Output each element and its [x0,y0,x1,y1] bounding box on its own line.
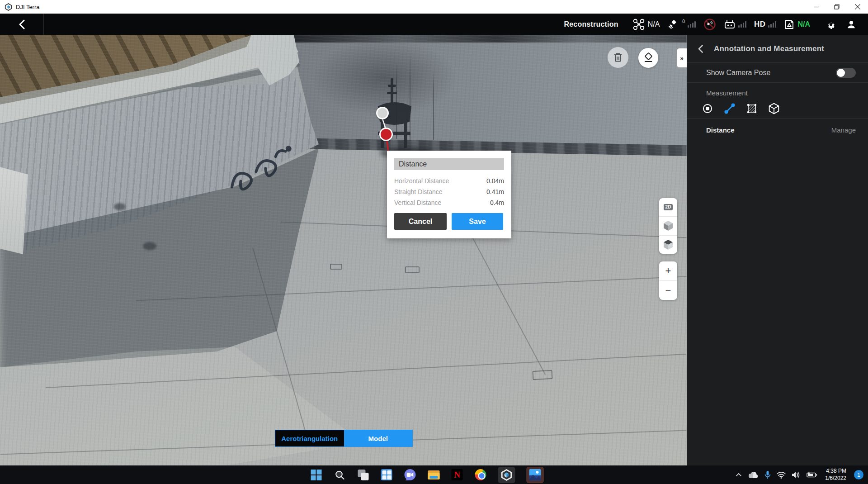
zoom-controls: + − [659,261,677,300]
scene-roof-texture [0,35,687,465]
scene-wall-drip [433,71,434,140]
cube-dark-icon [663,239,673,250]
onedrive-tray-button[interactable] [748,471,759,479]
restore-button[interactable] [826,0,847,14]
scene-roof-patch [330,264,342,270]
measurement-row: Horizontal Distance 0.04m [394,176,504,186]
dji-terra-window: DJI Terra [0,0,868,484]
widgets-icon [381,469,392,480]
view-3d-mesh-button[interactable] [659,217,677,235]
taskbar-search-button[interactable] [334,469,346,481]
rc-signal-bars-icon [738,21,746,28]
measurement-label: Straight Distance [394,188,443,195]
panel-back-button[interactable] [687,45,714,53]
cancel-button[interactable]: Cancel [394,213,447,230]
eraser-button[interactable] [638,48,658,68]
chat-icon [405,469,416,480]
dji-terra-taskbar-button[interactable] [498,467,515,483]
close-button[interactable] [847,0,868,14]
netflix-icon: N [452,469,463,480]
manage-button[interactable]: Manage [831,126,856,134]
minimize-button[interactable] [806,0,826,14]
measurement-point-start[interactable] [376,107,389,119]
notification-badge[interactable]: 1 [854,470,863,479]
hd-label: HD [754,20,766,29]
start-button[interactable] [310,469,322,481]
gear-icon [826,19,836,29]
scene-roof-patch [533,370,553,380]
measurement-value: 0.41m [486,188,504,195]
widgets-button[interactable] [381,469,393,481]
tray-time: 4:38 PM [825,468,846,475]
chevron-left-icon [19,19,25,29]
flight-log-icon [784,19,795,30]
microphone-tray-button[interactable] [764,470,771,479]
view-2d-button[interactable]: 2D [659,198,677,217]
tray-show-hidden-button[interactable] [736,473,742,477]
annotation-name-field[interactable]: Distance [394,158,504,170]
photos-taskbar-button[interactable] [527,467,544,483]
battery-icon [807,472,817,478]
measurement-section-label: Measurement [706,89,868,97]
cube-light-icon [663,220,673,231]
point-tool-icon [702,103,713,114]
reconstruction-button[interactable]: Reconstruction [564,20,618,28]
volume-tool-button[interactable] [768,102,780,115]
double-chevron-right-icon: » [680,55,683,62]
task-view-icon [358,470,368,480]
gps-status: 0 [667,19,696,30]
distance-tool-button[interactable] [723,102,736,115]
tab-aerotriangulation[interactable]: Aerotriangulation [275,430,344,446]
model-viewport[interactable]: » 2D + [0,35,687,465]
collapse-panel-button[interactable]: » [677,48,687,67]
annotation-panel: Annotation and Measurement Show Camera P… [687,35,868,465]
top-toolbar: Reconstruction N/A 0 [0,14,868,35]
tab-model[interactable]: Model [344,430,413,446]
volume-tray-button[interactable] [792,471,801,479]
drone-status: N/A [632,19,660,30]
panel-title: Annotation and Measurement [714,44,824,53]
settings-button[interactable] [826,19,836,29]
taskbar-clock[interactable]: 4:38 PM 1/6/2022 [825,468,846,482]
distance-tool-icon [724,103,736,114]
measurement-row: Straight Distance 0.41m [394,186,504,197]
chat-button[interactable] [404,469,416,481]
measurement-value: 0.4m [490,199,504,206]
measurement-label: Vertical Distance [394,199,441,206]
remote-controller-status [724,19,746,29]
show-camera-pose-label: Show Camera Pose [706,69,770,77]
volume-tool-icon [769,103,779,114]
wifi-icon [777,471,786,479]
point-tool-button[interactable] [701,102,714,115]
delete-annotation-button[interactable] [608,47,628,68]
chrome-icon [475,469,486,480]
wifi-tray-button[interactable] [777,471,786,479]
photos-icon [529,469,541,481]
chevron-left-icon [698,45,703,53]
netflix-button[interactable]: N [451,469,463,481]
save-button[interactable]: Save [452,213,503,230]
reconstruction-stage-tabs: Aerotriangulation Model [275,430,413,447]
area-tool-button[interactable] [745,102,758,115]
zoom-in-button[interactable]: + [659,261,677,281]
hd-transmission-status: HD [754,20,777,29]
scene-roof-patch [405,266,420,273]
back-button[interactable] [0,14,44,35]
chrome-button[interactable] [475,469,487,481]
distance-popup: Distance Horizontal Distance 0.04m Strai… [387,151,511,238]
panel-header: Annotation and Measurement [687,35,868,63]
measurement-point-end[interactable] [379,128,393,141]
dji-terra-logo-icon [5,3,12,11]
zoom-out-button[interactable]: − [659,281,677,300]
battery-tray-button[interactable] [807,472,817,478]
view-3d-model-button[interactable] [659,236,677,254]
show-camera-pose-row: Show Camera Pose [687,63,868,83]
dji-terra-icon [501,469,513,481]
task-view-button[interactable] [357,469,369,481]
scene-debris [143,242,156,250]
drone-status-value: N/A [648,20,660,28]
scene-graffiti [222,143,308,211]
file-explorer-button[interactable] [428,469,440,481]
account-button[interactable] [846,19,856,29]
camera-pose-toggle[interactable] [836,68,856,78]
